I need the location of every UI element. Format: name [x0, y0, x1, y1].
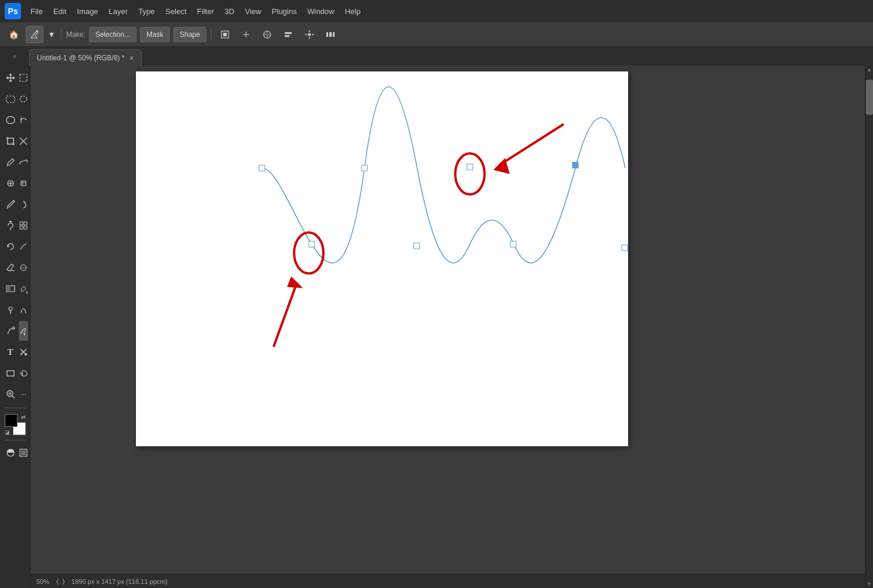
shape-button[interactable]: Shape	[173, 27, 207, 42]
svg-point-8	[308, 33, 311, 36]
type-tool-row: T	[2, 342, 28, 362]
menu-image[interactable]: Image	[72, 5, 103, 18]
path-ops-button1[interactable]	[216, 26, 234, 43]
art-history-tool[interactable]	[19, 237, 28, 257]
pen-options-button[interactable]: ▾	[47, 26, 56, 43]
hand-tool[interactable]	[19, 363, 28, 383]
svg-rect-51	[510, 241, 516, 247]
menu-select[interactable]: Select	[161, 5, 191, 18]
scroll-track[interactable]	[865, 74, 874, 580]
menu-window[interactable]: Window	[302, 5, 339, 18]
eraser-tool-row	[2, 258, 28, 278]
nav-left-arrow[interactable]: ❬	[55, 578, 60, 584]
more-tools[interactable]: ···	[19, 384, 28, 404]
clone-tool-row	[2, 216, 28, 235]
pen-path-tool[interactable]	[2, 321, 19, 341]
dodge-tool-row	[2, 300, 28, 320]
svg-point-56	[455, 153, 485, 194]
elliptical-marquee-tool[interactable]	[19, 89, 28, 109]
svg-rect-46	[362, 165, 367, 171]
path-ops-button2[interactable]	[237, 26, 255, 43]
pattern-stamp-tool[interactable]	[19, 216, 28, 235]
scroll-up-arrow[interactable]: ▲	[865, 66, 874, 74]
crop-tool-row	[2, 131, 28, 151]
home-button[interactable]: 🏠	[5, 26, 22, 43]
menu-filter[interactable]: Filter	[192, 5, 219, 18]
svg-rect-37	[7, 371, 14, 376]
type-tool[interactable]: T	[2, 342, 19, 362]
scroll-down-arrow[interactable]: ▼	[865, 580, 874, 588]
background-eraser-tool[interactable]	[19, 258, 28, 278]
nav-right-arrow[interactable]: ❭	[61, 578, 66, 584]
slice-tool[interactable]	[19, 131, 28, 151]
path-ops-button3[interactable]	[258, 26, 276, 43]
svg-point-35	[12, 327, 15, 329]
quick-selection-tool[interactable]	[19, 110, 28, 130]
svg-rect-13	[326, 32, 328, 37]
artboard-tool[interactable]	[19, 68, 28, 88]
ruler-tool[interactable]	[19, 152, 28, 172]
svg-point-10	[309, 37, 310, 38]
dodge-tool[interactable]	[2, 300, 19, 320]
menu-help[interactable]: Help	[340, 5, 366, 18]
foreground-color-swatch[interactable]	[5, 414, 18, 427]
canvas-nav-arrows: ❬ ❭	[55, 578, 66, 584]
menu-3d[interactable]: 3D	[220, 5, 239, 18]
path-align-button1[interactable]	[279, 26, 297, 43]
status-bar: 50% ❬ ❭ 1890 px x 1417 px (118.11 ppcm)	[30, 574, 865, 588]
svg-rect-6	[285, 32, 292, 34]
patch-tool[interactable]	[19, 173, 28, 193]
shape-tool-row	[2, 363, 28, 383]
document-canvas[interactable]	[136, 71, 628, 446]
menu-type[interactable]: Type	[134, 5, 159, 18]
rectangle-tool[interactable]	[2, 363, 19, 383]
crop-tool[interactable]	[2, 131, 19, 151]
svg-point-12	[312, 33, 313, 35]
spot-healing-tool[interactable]	[2, 173, 19, 193]
mixer-brush-tool[interactable]	[19, 194, 28, 214]
svg-rect-2	[223, 33, 227, 36]
zoom-tool[interactable]	[2, 384, 19, 404]
color-swatches[interactable]: ⇄ ◪	[5, 414, 26, 435]
freeform-pen-tool[interactable]	[19, 321, 28, 341]
mask-button[interactable]: Mask	[140, 27, 170, 42]
zoom-level: 50%	[36, 578, 49, 585]
menu-file[interactable]: File	[26, 5, 47, 18]
pen-tool-button[interactable]	[26, 26, 43, 43]
selection-button[interactable]: Selection...	[89, 27, 137, 42]
menu-edit[interactable]: Edit	[49, 5, 71, 18]
svg-rect-45	[259, 165, 265, 171]
brush-tool[interactable]	[2, 194, 19, 214]
paint-bucket-tool[interactable]	[19, 279, 28, 299]
scroll-thumb[interactable]	[866, 80, 873, 115]
gradient-tool-row	[2, 279, 28, 299]
menu-layer[interactable]: Layer	[104, 5, 133, 18]
svg-rect-17	[6, 96, 15, 102]
path-selection-tool[interactable]	[19, 342, 28, 362]
vertical-scrollbar[interactable]: ▲ ▼	[865, 66, 873, 588]
burn-tool[interactable]	[19, 300, 28, 320]
gradient-tool[interactable]	[2, 279, 19, 299]
path-distribute-button[interactable]	[322, 26, 339, 43]
tab-close-button[interactable]: ×	[129, 53, 134, 63]
document-tab[interactable]: Untitled-1 @ 50% (RGB/8) * ×	[29, 49, 142, 66]
path-settings-button[interactable]	[301, 26, 318, 43]
lasso-tool[interactable]	[2, 110, 19, 130]
quick-mask-button[interactable]	[2, 443, 19, 463]
svg-rect-47	[467, 164, 473, 170]
separator-1	[61, 28, 62, 42]
swap-colors-icon[interactable]: ⇄	[21, 414, 26, 420]
menu-plugins[interactable]: Plugins	[267, 5, 302, 18]
default-colors-icon[interactable]: ◪	[5, 429, 10, 435]
move-tool[interactable]	[2, 68, 19, 88]
history-brush-tool[interactable]	[2, 237, 19, 257]
quick-mask-row	[2, 443, 28, 463]
collapse-panels-button[interactable]: «	[13, 53, 16, 60]
screen-mode-button[interactable]	[19, 443, 28, 463]
menu-view[interactable]: View	[240, 5, 266, 18]
rectangular-marquee-tool[interactable]	[2, 89, 19, 109]
eyedropper-tool[interactable]	[2, 152, 19, 172]
clone-stamp-tool[interactable]	[2, 216, 19, 235]
canvas-container[interactable]	[30, 66, 865, 574]
eraser-tool[interactable]	[2, 258, 19, 278]
